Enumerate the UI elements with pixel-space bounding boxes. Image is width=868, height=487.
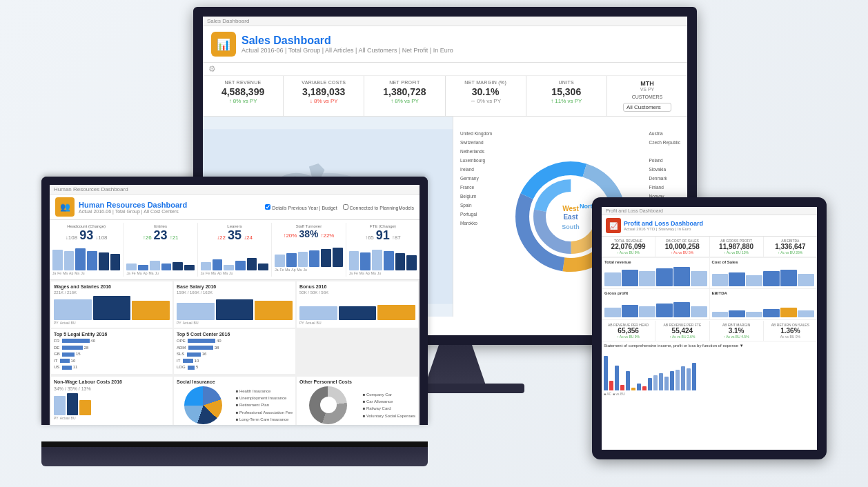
- hr-wages-box: Wages and Salaries 2016 221K / 216K PYAc…: [51, 281, 172, 328]
- laptop-screen: Human Resources Dashboard 👥 Human Resour…: [41, 177, 428, 425]
- other-title: Other Personnel Costs: [299, 379, 415, 384]
- laptop-hinge: [41, 441, 428, 447]
- hr-metrics-row: Headcount (Change) ↓108 93 ↓108: [50, 220, 420, 280]
- connected-checkbox[interactable]: [343, 204, 348, 210]
- bonus-chart: [299, 296, 415, 320]
- metric-variable-costs: VARIABLE COSTS 3,189,033 ↓ 8% vs PY: [284, 76, 364, 116]
- units-value: 15,306: [533, 86, 600, 97]
- scene: Sales Dashboard 📊 Sales Dashboard Actual…: [0, 0, 868, 487]
- pl-rev-head: Ab Revenue per head 65,356 ↑ Ac vs BU 9%: [602, 321, 655, 341]
- cos-change: ↑ Ac vs BU 5%: [658, 250, 706, 255]
- hr-nonwage-box: Non-Wage Labour Costs 2016 34% / 35% / 1…: [51, 377, 172, 425]
- hr-titlebar: Human Resources Dashboard: [50, 185, 420, 195]
- wages-chart: [54, 296, 170, 320]
- net-revenue-label: NET REVENUE: [210, 80, 276, 85]
- donut-left-labels: United Kingdom Switzerland Netherlands L…: [460, 129, 492, 228]
- net-revenue-change: ↑ 8% vs PY: [210, 98, 276, 104]
- svg-text:East: East: [563, 213, 578, 221]
- ebit-margin-value: 3.1%: [713, 327, 760, 335]
- connected-checkbox-label: Connected to PlanningModels: [343, 204, 414, 210]
- leavers-chart: [201, 243, 268, 270]
- pl-chart-cos: Cost of Sales: [710, 258, 817, 288]
- hr-titlebar-text: Human Resources Dashboard: [54, 186, 128, 192]
- revenue-change: ↑ Ac vs BU 9%: [604, 250, 652, 255]
- tablet: Profit and Loss Dashboard 📈 Profit and L…: [592, 197, 827, 459]
- net-profit-value: 1,380,728: [371, 86, 437, 97]
- bonus-title: Bonus 2016: [299, 284, 415, 289]
- entries-labels: JaFeMaApMaJu: [126, 271, 194, 275]
- variable-costs-change: ↓ 8% vs PY: [290, 98, 357, 104]
- pl-chart-ebitda: EBITDA: [710, 289, 817, 319]
- chart-gross-bars: [604, 297, 707, 317]
- headcount-next: ↓108: [95, 235, 107, 241]
- nonwage-title: Non-Wage Labour Costs 2016: [54, 379, 170, 384]
- sales-header-icon: 📊: [211, 32, 236, 57]
- hr-icon: 👥: [55, 197, 75, 217]
- metric-mth: MTH VS PY CUSTOMERS All Customers: [607, 76, 687, 116]
- turnover-chart: [275, 239, 342, 267]
- vs-py-label: VS PY: [614, 87, 680, 92]
- customers-label-text: CUSTOMERS: [614, 95, 680, 99]
- hr-bottom-charts-2: Non-Wage Labour Costs 2016 34% / 35% / 1…: [50, 375, 420, 425]
- variable-costs-label: VARIABLE COSTS: [290, 80, 357, 85]
- metric-units: UNITS 15,306 ↑ 11% vs PY: [526, 76, 607, 116]
- sales-subtitle: Actual 2016-06 | Total Group | All Artic…: [241, 47, 453, 54]
- pl-waterfall-chart: [604, 349, 815, 390]
- pl-icon: 📈: [606, 218, 621, 233]
- wages-labels: PYActualBU: [54, 321, 170, 325]
- top5-cost-title: Top 5 Cost Center 2016: [177, 332, 293, 337]
- svg-text:West: West: [562, 205, 579, 212]
- social-legend: ■ Health Insurance ■ Unemployment Insura…: [236, 388, 293, 423]
- top5-legal-title: Top 5 Legal Entity 2016: [54, 332, 170, 337]
- base-salary-labels: PYActualBU: [177, 321, 293, 325]
- hr-top5-legal-box: Top 5 Legal Entity 2016 FR 40 DE 28 GB 1…: [51, 329, 172, 374]
- pl-bottom-chart: Statement of comprehensive income, profi…: [602, 341, 817, 398]
- leavers-labels: JaFeMaApMaJu: [201, 271, 268, 275]
- net-profit-label: NET PROFIT: [371, 80, 437, 85]
- pl-title: Profit and Loss Dashboard: [624, 220, 703, 227]
- tablet-screen: Profit and Loss Dashboard 📈 Profit and L…: [592, 197, 827, 459]
- pl-subtitle: Actual 2016 YTD | Stairway | In Euro: [624, 227, 703, 231]
- metric-net-margin: NET MARGIN (%) 30.1% ↔ 0% vs PY: [446, 76, 526, 116]
- fte-value: 91: [376, 228, 390, 243]
- pl-return-sales: Ab Return on Sales 1.36% Ac vs BU 0%: [764, 321, 817, 341]
- sales-titlebar-text: Sales Dashboard: [207, 18, 249, 24]
- customers-dropdown[interactable]: All Customers: [623, 103, 671, 112]
- pl-header-text: Profit and Loss Dashboard Actual 2016 YT…: [624, 220, 703, 231]
- hr-header: 👥 Human Resources Dashboard Actual 2016-…: [50, 195, 420, 220]
- settings-icon[interactable]: ⚙: [208, 64, 216, 74]
- pl-gross: Ab Gross profit 11,987,880 ↑ Ac vs BU 13…: [710, 237, 764, 257]
- sales-header: 📊 Sales Dashboard Actual 2016-06 | Total…: [203, 26, 687, 63]
- laptop: Human Resources Dashboard 👥 Human Resour…: [41, 177, 442, 466]
- rev-head-value: 65,356: [604, 327, 652, 335]
- entries-value: 23: [154, 228, 168, 243]
- hr-title: Human Resources Dashboard: [79, 201, 187, 209]
- sales-title: Sales Dashboard: [241, 34, 453, 47]
- gross-value: 11,987,880: [713, 243, 760, 250]
- details-checkbox[interactable]: [265, 204, 270, 210]
- rev-fte-value: 55,424: [658, 327, 706, 335]
- chart-ebitda-bars: [712, 297, 815, 317]
- hr-bottom-charts-1: Wages and Salaries 2016 221K / 216K PYAc…: [50, 280, 420, 375]
- wages-title: Wages and Salaries 2016: [54, 284, 170, 289]
- units-label: UNITS: [533, 80, 600, 85]
- svg-text:South: South: [562, 223, 580, 230]
- metrics-row: NET REVENUE 4,588,399 ↑ 8% vs PY VARIABL…: [203, 76, 687, 117]
- monitor-title-bar: Sales Dashboard: [203, 17, 687, 26]
- fte-chart: [349, 243, 417, 270]
- mth-label: MTH: [614, 80, 680, 87]
- fte-labels: JaFeMaApMaJu: [349, 271, 417, 275]
- entries-chart: [126, 243, 194, 270]
- headcount-chart: [52, 243, 120, 270]
- turnover-labels: JaFeMaApMaJu: [275, 268, 342, 272]
- base-salary-chart: [177, 296, 293, 320]
- social-title: Social Insurance: [177, 379, 293, 384]
- sales-header-text: Sales Dashboard Actual 2016-06 | Total G…: [241, 34, 453, 54]
- net-profit-change: ↑ 8% vs PY: [371, 98, 437, 104]
- leavers-value: 35: [228, 228, 241, 243]
- hr-subtitle: Actual 2016-06 | Total Group | All Cost …: [79, 209, 187, 214]
- turnover-value: 38%: [299, 228, 318, 239]
- cos-value: 10,000,258: [658, 243, 706, 250]
- net-margin-label: NET MARGIN (%): [453, 80, 519, 85]
- ebitda-change: ↑ Ac vs BU 26%: [767, 250, 814, 255]
